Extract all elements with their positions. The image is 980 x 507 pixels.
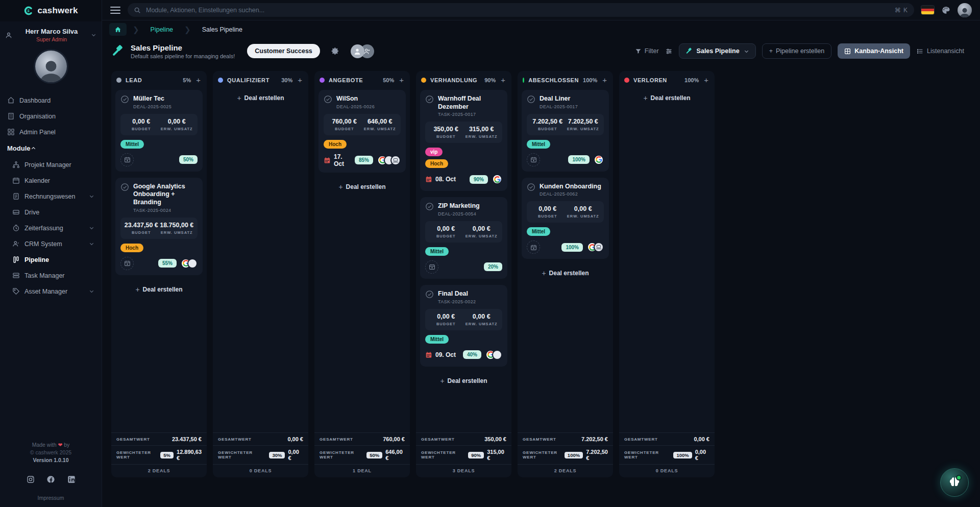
- pipeline-hammer-icon: [111, 44, 125, 58]
- kanban-column-lead: LEAD5%+Müller TecDEAL-2025-00250,00 €BUD…: [111, 71, 207, 477]
- sidebar-item-task-manager[interactable]: Task Manager: [0, 268, 102, 283]
- sidebar-item-kalender[interactable]: Kalender: [0, 173, 102, 188]
- deal-card[interactable]: WilSonDEAL-2025-0026760,00 €BUDGET646,00…: [318, 90, 406, 173]
- deal-card[interactable]: Deal LinerDEAL-2025-00177.202,50 €BUDGET…: [522, 90, 609, 172]
- deal-avatars: [594, 155, 604, 165]
- user-avatar[interactable]: [35, 51, 67, 82]
- deal-card[interactable]: Kunden OnboardingDEAL-2025-00620,00 €BUD…: [522, 178, 609, 259]
- app-logo[interactable]: cashwerk: [0, 0, 102, 21]
- linkedin-icon[interactable]: [67, 475, 76, 484]
- deal-titles: WilSonDEAL-2025-0026: [336, 95, 375, 109]
- filter-button[interactable]: Filter: [635, 47, 659, 55]
- deal-expected-revenue-value: 0,00 €: [566, 205, 601, 212]
- deal-card[interactable]: Müller TecDEAL-2025-00250,00 €BUDGET0,00…: [115, 90, 203, 172]
- breadcrumb-sales-pipeline[interactable]: Sales Pipeline: [197, 23, 248, 36]
- add-deal-button[interactable]: +: [297, 76, 303, 84]
- gear-icon[interactable]: [331, 47, 339, 55]
- weighted-percent-chip: 50%: [366, 452, 382, 458]
- add-deal-button[interactable]: +: [601, 76, 608, 84]
- deal-count: 1 DEAL: [314, 465, 410, 477]
- deal-card[interactable]: Google Analytics Onboarding + BrandingTA…: [115, 178, 203, 275]
- sidebar-item-label: Dashboard: [19, 97, 51, 104]
- add-deal-button[interactable]: +: [500, 76, 506, 84]
- sidebar-item-rechnungswesen[interactable]: Rechnungswesen: [0, 188, 102, 204]
- list-view-button[interactable]: Listenansicht: [910, 43, 971, 59]
- set-date-button[interactable]: [527, 240, 540, 254]
- hamburger-menu-icon[interactable]: [110, 7, 120, 14]
- set-date-button[interactable]: [527, 153, 540, 166]
- weighted-percent-chip: 30%: [269, 452, 285, 458]
- create-deal-label: Deal erstellen: [448, 377, 487, 384]
- deal-card[interactable]: Final DealTASK-2025-00220,00 €BUDGET0,00…: [420, 285, 507, 367]
- deal-values-panel: 0,00 €BUDGET0,00 €ERW. UMSATZ: [425, 221, 502, 243]
- add-deal-button[interactable]: +: [703, 76, 709, 84]
- kanban-column-verhandlung: VERHANDLUNG90%+Warnhoff Deal DezemberTAS…: [416, 71, 511, 477]
- drive-icon: [12, 208, 20, 216]
- search-input[interactable]: [145, 6, 891, 14]
- column-percent: 90%: [484, 77, 496, 83]
- deal-expected-revenue: 0,00 €ERW. UMSATZ: [159, 118, 195, 131]
- sidebar-section-module[interactable]: Module: [0, 140, 102, 157]
- sidebar-item-asset-manager[interactable]: Asset Manager: [0, 283, 102, 299]
- deal-card-header: Kunden OnboardingDEAL-2025-0062: [527, 183, 604, 197]
- sidebar-item-pipeline[interactable]: Pipeline: [0, 252, 102, 268]
- instagram-icon[interactable]: [27, 475, 35, 484]
- sidebar-item-drive[interactable]: Drive: [0, 204, 102, 220]
- set-date-button[interactable]: [120, 257, 134, 270]
- weighted-row: GEWICHTETER WERT30%0,00 €: [213, 446, 308, 465]
- ai-assistant-button[interactable]: [940, 468, 969, 497]
- facebook-icon[interactable]: [47, 475, 55, 484]
- calendar-icon: [425, 351, 432, 358]
- set-date-button[interactable]: [425, 260, 438, 274]
- impressum-link[interactable]: Impressum: [0, 495, 102, 501]
- breadcrumb-pipeline[interactable]: Pipeline: [145, 23, 178, 36]
- create-deal-label: Deal erstellen: [549, 270, 589, 277]
- create-deal-button[interactable]: +Deal erstellen: [217, 90, 304, 106]
- member-avatar-icon[interactable]: [351, 44, 364, 58]
- set-date-button[interactable]: [120, 153, 134, 166]
- add-deal-button[interactable]: +: [398, 76, 405, 84]
- create-deal-button[interactable]: +Deal erstellen: [318, 179, 406, 195]
- breadcrumb: ❯ Pipeline ❯ Sales Pipeline: [102, 20, 980, 38]
- column-title: ANGEBOTE: [329, 77, 363, 83]
- user-menu[interactable]: Herr Marco Silva Super Admin: [0, 21, 102, 45]
- create-pipeline-button[interactable]: + Pipeline erstellen: [762, 43, 832, 59]
- kanban-view-button[interactable]: Kanban-Ansicht: [838, 43, 910, 59]
- deal-card-footer: 100%: [527, 240, 604, 254]
- sidebar-item-organisation[interactable]: Organisation: [0, 108, 102, 124]
- sidebar-item-projekt-manager[interactable]: Projekt Manager: [0, 157, 102, 173]
- create-deal-button[interactable]: +Deal erstellen: [623, 90, 710, 106]
- create-deal-button[interactable]: +Deal erstellen: [420, 373, 507, 389]
- sidebar-item-admin-panel[interactable]: Admin Panel: [0, 124, 102, 140]
- sidebar-item-zeiterfassung[interactable]: Zeiterfassung: [0, 220, 102, 236]
- deal-values-panel: 760,00 €BUDGET646,00 €ERW. UMSATZ: [324, 114, 401, 135]
- total-row: GESAMTWERT0,00 €: [619, 433, 715, 446]
- clock-icon: [12, 224, 20, 232]
- sliders-icon[interactable]: [665, 47, 673, 55]
- language-flag-de[interactable]: [921, 6, 934, 14]
- profile-avatar[interactable]: [958, 3, 972, 17]
- sidebar-footer: Made with ❤ by © cashwerk 2025 Version 1…: [0, 437, 102, 507]
- create-deal-button[interactable]: +Deal erstellen: [522, 265, 609, 281]
- sidebar-item-crm-system[interactable]: CRM System: [0, 236, 102, 252]
- add-deal-button[interactable]: +: [195, 76, 202, 84]
- total-label: GESAMTWERT: [320, 437, 353, 442]
- total-value: 760,00 €: [383, 436, 405, 442]
- create-deal-button[interactable]: +Deal erstellen: [115, 281, 203, 298]
- pipeline-select[interactable]: Sales Pipeline: [679, 43, 756, 59]
- deal-footer-right: 90%: [470, 174, 502, 184]
- deal-card[interactable]: Warnhoff Deal DezemberTASK-2025-0017350,…: [420, 90, 507, 191]
- sidebar-item-dashboard[interactable]: Dashboard: [0, 92, 102, 108]
- deal-budget-label: BUDGET: [124, 230, 159, 235]
- calendar-plus-icon: [530, 244, 537, 251]
- deal-budget: 760,00 €BUDGET: [327, 118, 362, 131]
- team-badge[interactable]: Customer Success: [247, 44, 320, 58]
- theme-palette-icon[interactable]: [941, 6, 950, 15]
- deal-budget-value: 350,00 €: [428, 126, 464, 133]
- deal-card[interactable]: ZIP MarketingDEAL-2025-00540,00 €BUDGET0…: [420, 197, 507, 279]
- home-breadcrumb-icon[interactable]: [109, 23, 127, 36]
- column-footer: GESAMTWERT23.437,50 €GEWICHTETER WERT5%1…: [111, 432, 207, 477]
- column-body: +Deal erstellen: [213, 88, 308, 432]
- deal-budget-value: 7.202,50 €: [530, 118, 566, 125]
- column-header: VERHANDLUNG90%+: [416, 71, 511, 88]
